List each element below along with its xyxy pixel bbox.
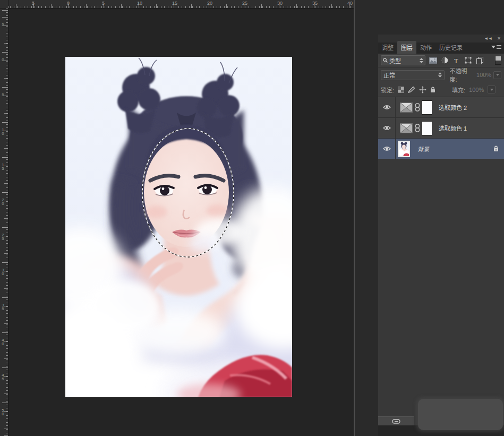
filter-type-select[interactable]: 类型 (381, 55, 425, 65)
layer-row-selective-color-1[interactable]: 选取颜色 1 (378, 118, 504, 139)
layer-mask-thumbnail[interactable] (422, 100, 432, 115)
lock-row: 锁定: (378, 82, 504, 97)
document-window: 50510152025303540 505101520253035404550 (0, 0, 354, 436)
link-layers-button[interactable] (378, 416, 414, 425)
ruler-label: 0 (67, 1, 70, 6)
filter-shape-layers-icon[interactable] (464, 56, 472, 65)
mask-link-icon[interactable] (414, 124, 421, 132)
ruler-label: 35 (1, 303, 5, 310)
vertical-ruler[interactable]: 505101520253035404550 (0, 8, 8, 436)
ruler-corner[interactable] (0, 0, 8, 8)
filter-toggle-switch[interactable] (495, 56, 501, 65)
collapse-panel-icon[interactable]: ◄◄ (484, 37, 492, 41)
background-layer-thumbnail[interactable] (398, 141, 410, 157)
filter-adjustment-layers-icon[interactable] (440, 56, 449, 65)
filter-smart-objects-icon[interactable] (475, 56, 484, 65)
panel-tab-bar: 调整 图层 动作 历史记录 (378, 42, 504, 54)
svg-text:T: T (454, 57, 458, 64)
link-layers-icon (392, 419, 400, 424)
ruler-label: 25 (242, 1, 247, 6)
blend-mode-select[interactable]: 正常 (381, 70, 445, 80)
adjustment-layer-thumbnail[interactable] (400, 102, 413, 113)
ruler-label: 5 (1, 22, 5, 26)
layer-name[interactable]: 背景 (417, 144, 429, 153)
tab-layers[interactable]: 图层 (397, 41, 416, 54)
ruler-label: 50 (1, 408, 5, 415)
adjustment-layer-thumbnail[interactable] (400, 123, 413, 133)
layers-empty-area (378, 159, 504, 416)
document-window-edge (354, 0, 355, 436)
ruler-label: 5 (1, 92, 5, 96)
visibility-eye-icon[interactable] (378, 118, 396, 138)
ruler-major-ticks (8, 2, 354, 8)
close-panel-icon[interactable]: ✕ (497, 37, 501, 41)
ruler-major-ticks (2, 8, 8, 436)
fill-label: 填充: (452, 86, 465, 94)
ruler-label: 35 (312, 1, 318, 6)
layer-row-background[interactable]: 背景 (378, 139, 504, 159)
layer-filter-row: 类型 T (378, 54, 504, 67)
tab-actions[interactable]: 动作 (416, 41, 435, 54)
lock-position-icon[interactable] (419, 86, 426, 93)
spinner-arrows-icon (420, 58, 423, 63)
ruler-label: 5 (102, 1, 105, 6)
filter-pixel-layers-icon[interactable] (429, 56, 437, 65)
layer-mask-thumbnail[interactable] (422, 121, 432, 135)
ruler-label: 0 (1, 57, 5, 61)
layers-panel: ◄◄ ✕ 调整 图层 动作 历史记录 类型 (378, 35, 504, 436)
ruler-label: 40 (347, 1, 353, 6)
layer-name[interactable]: 选取颜色 2 (439, 103, 467, 112)
opacity-dropdown-icon[interactable] (493, 71, 501, 79)
lock-transparency-icon[interactable] (398, 87, 404, 93)
ruler-label: 40 (1, 338, 5, 345)
fill-value[interactable]: 100% (469, 87, 484, 93)
visibility-eye-icon[interactable] (378, 139, 396, 159)
lock-paint-icon[interactable] (408, 86, 415, 93)
ruler-label: 10 (137, 1, 142, 6)
blend-mode-value: 正常 (383, 71, 438, 79)
ruler-label: 20 (207, 1, 212, 6)
lock-all-icon[interactable] (430, 87, 435, 93)
ruler-label: 20 (1, 198, 5, 205)
blend-mode-row: 正常 不透明度: 100% (378, 67, 504, 82)
tab-adjustments[interactable]: 调整 (378, 41, 397, 54)
ruler-label: 15 (172, 1, 177, 6)
layers-panel-body: 类型 T (378, 54, 504, 436)
watermark-blob (418, 399, 503, 430)
ruler-label: 45 (1, 373, 5, 380)
search-icon (383, 58, 388, 63)
opacity-value[interactable]: 100% (476, 72, 491, 78)
ruler-label: 30 (277, 1, 283, 6)
ruler-label: 5 (32, 1, 35, 6)
ruler-label: 15 (1, 163, 5, 170)
ruler-label: 25 (1, 233, 5, 240)
visibility-eye-icon[interactable] (378, 97, 396, 117)
ruler-label: 10 (1, 127, 5, 135)
ruler-label: 30 (1, 268, 5, 275)
layer-name[interactable]: 选取颜色 1 (439, 124, 467, 132)
horizontal-ruler[interactable]: 50510152025303540 (8, 0, 354, 8)
fill-dropdown-icon[interactable] (488, 86, 496, 93)
filter-type-layers-icon[interactable]: T (452, 56, 460, 65)
opacity-label: 不透明度: (450, 66, 474, 83)
tab-history[interactable]: 历史记录 (435, 41, 466, 54)
panel-menu-icon[interactable] (491, 45, 501, 49)
layers-list: 选取颜色 2 (378, 97, 504, 159)
mask-link-icon[interactable] (414, 103, 421, 112)
canvas-image[interactable] (65, 57, 292, 397)
layer-row-selective-color-2[interactable]: 选取颜色 2 (378, 97, 504, 118)
background-lock-icon (493, 146, 499, 152)
filter-type-label: 类型 (389, 56, 418, 65)
spinner-arrows-icon (438, 72, 442, 78)
lock-label: 锁定: (381, 86, 394, 94)
